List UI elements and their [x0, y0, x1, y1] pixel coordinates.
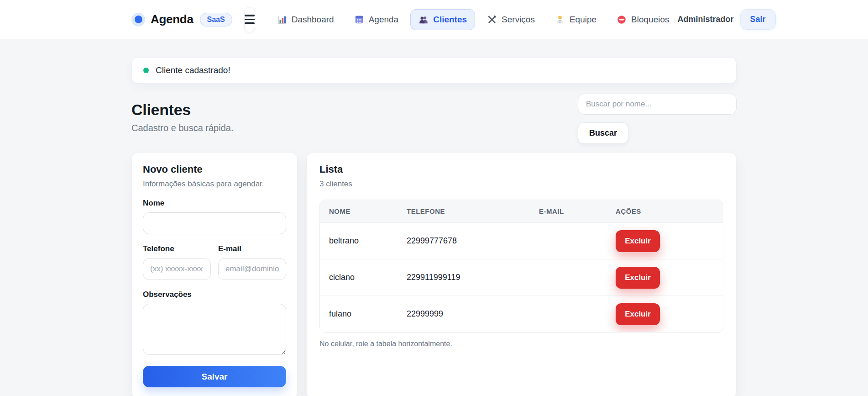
delete-client-button[interactable]: Excluir	[616, 303, 660, 325]
name-label: Nome	[143, 199, 286, 208]
nav-item-label: Clientes	[433, 15, 467, 25]
user-role-label: Administrador	[678, 15, 734, 24]
form-title: Novo cliente	[143, 164, 286, 175]
nav-item-label: Bloqueios	[631, 15, 669, 25]
column-header-nome: Nome	[320, 207, 397, 215]
calendar-icon	[354, 15, 364, 25]
client-list-card: Lista 3 clientes Nome Telefone E-mail Aç…	[306, 152, 737, 396]
client-name: ciclano	[320, 273, 397, 282]
nav-item-label: Equipe	[570, 15, 596, 25]
nav-item-clientes[interactable]: Clientes	[410, 9, 475, 30]
client-count: 3 clientes	[319, 180, 723, 189]
save-button[interactable]: Salvar	[143, 366, 286, 387]
email-label: E-mail	[218, 244, 286, 253]
health-worker-icon	[555, 15, 565, 25]
success-alert: Cliente cadastrado!	[131, 57, 737, 84]
saas-badge: SaaS	[200, 13, 232, 26]
bar-chart-icon	[277, 15, 287, 25]
notes-field[interactable]	[143, 304, 286, 355]
brand-logo: Agenda SaaS	[131, 12, 232, 26]
brand-dot-icon	[131, 13, 145, 26]
delete-client-button[interactable]: Excluir	[616, 230, 660, 252]
navbar: Agenda SaaS Dashboard	[0, 0, 868, 39]
nav-item-label: Serviços	[502, 15, 535, 25]
hamburger-icon	[245, 15, 255, 16]
phone-label: Telefone	[143, 244, 211, 253]
page-title: Clientes	[131, 101, 233, 119]
nav-item-label: Dashboard	[292, 15, 334, 25]
column-header-email: E-mail	[530, 207, 607, 215]
client-phone: 229911999119	[397, 273, 530, 282]
main-content: Cliente cadastrado! Clientes Cadastro e …	[131, 57, 737, 396]
search-button[interactable]: Buscar	[578, 122, 628, 144]
logout-button[interactable]: Sair	[740, 9, 776, 30]
client-phone: 22999999	[397, 309, 530, 319]
table-footnote: No celular, role a tabela horizontalment…	[319, 340, 723, 348]
name-field[interactable]	[143, 212, 286, 234]
column-header-telefone: Telefone	[397, 207, 530, 215]
nav-item-equipe[interactable]: Equipe	[547, 9, 605, 30]
delete-client-button[interactable]: Excluir	[616, 267, 660, 289]
clients-table: Nome Telefone E-mail Ações beltrano 2299…	[319, 200, 723, 333]
table-row: beltrano 22999777678 Excluir	[320, 222, 723, 259]
nav-item-servicos[interactable]: Serviços	[479, 9, 543, 30]
page-subtitle: Cadastro e busca rápida.	[131, 123, 233, 133]
brand-title: Agenda	[151, 12, 193, 26]
tools-icon	[487, 15, 497, 25]
column-header-acoes: Ações	[607, 207, 723, 215]
table-row: ciclano 229911999119 Excluir	[320, 259, 723, 296]
nav-item-agenda[interactable]: Agenda	[346, 9, 407, 30]
success-dot-icon	[143, 68, 149, 73]
client-name: beltrano	[320, 236, 397, 246]
search-area: Buscar	[578, 94, 737, 144]
people-icon	[418, 15, 429, 25]
table-row: fulano 22999999 Excluir	[320, 296, 723, 332]
client-phone: 22999777678	[397, 236, 530, 246]
email-field[interactable]	[218, 258, 286, 280]
form-subtitle: Informações básicas para agendar.	[143, 180, 286, 189]
client-name: fulano	[320, 309, 397, 319]
nav-item-dashboard[interactable]: Dashboard	[269, 9, 342, 30]
table-header-row: Nome Telefone E-mail Ações	[320, 200, 723, 222]
phone-field[interactable]	[143, 258, 211, 280]
main-nav: Dashboard Agenda	[269, 9, 678, 30]
list-title: Lista	[319, 164, 723, 175]
nav-item-label: Agenda	[369, 15, 399, 25]
page-heading-block: Clientes Cadastro e busca rápida.	[131, 94, 233, 133]
notes-label: Observações	[143, 290, 286, 299]
search-input[interactable]	[578, 94, 737, 115]
alert-message: Cliente cadastrado!	[156, 65, 230, 75]
no-entry-icon	[617, 15, 627, 25]
new-client-card: Novo cliente Informações básicas para ag…	[131, 152, 298, 396]
nav-item-bloqueios[interactable]: Bloqueios	[608, 9, 677, 30]
menu-toggle-button[interactable]	[244, 7, 255, 32]
